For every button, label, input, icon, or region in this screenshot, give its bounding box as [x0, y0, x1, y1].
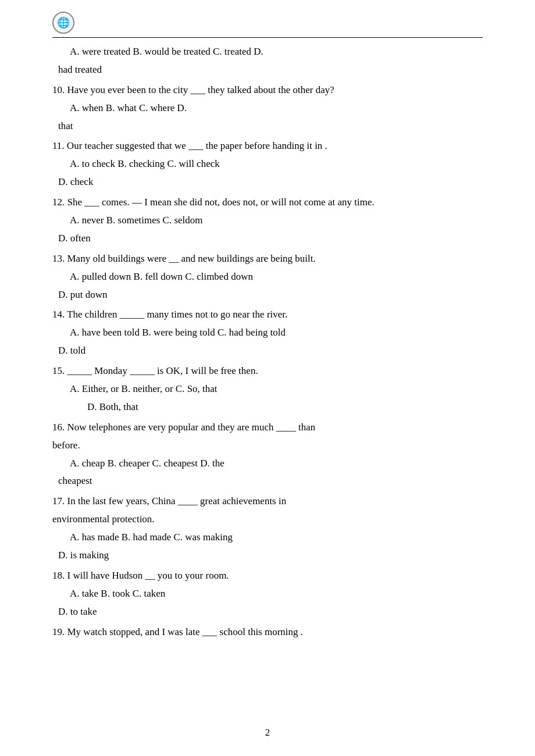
q14-options-line2: D. told: [52, 343, 483, 359]
q16-line2: before.: [52, 437, 483, 454]
q11-options-line2: D. check: [52, 174, 483, 191]
q10-text: 10. Have you ever been to the city ___ t…: [52, 82, 483, 99]
question-block-q10: 10. Have you ever been to the city ___ t…: [52, 82, 483, 135]
page-number: 2: [265, 727, 270, 738]
q13-text: 13. Many old buildings were __ and new b…: [52, 251, 483, 268]
question-block-q18: 18. I will have Hudson __ you to your ro…: [52, 568, 483, 621]
q10-options-line2: that: [52, 118, 483, 135]
q15-options-line1: A. Either, or B. neither, or C. So, that: [52, 381, 483, 398]
options-treated-line2: had treated: [52, 62, 483, 79]
question-block-treated: A. were treated B. would be treated C. t…: [52, 44, 483, 79]
q11-options-line1: A. to check B. checking C. will check: [52, 156, 483, 173]
logo-icon: 🌐: [52, 12, 74, 34]
q17-options-line1: A. has made B. had made C. was making: [52, 529, 483, 546]
content-area: A. were treated B. would be treated C. t…: [52, 44, 483, 641]
q16-options-line2: cheapest: [52, 473, 483, 490]
q14-text: 14. The children _____ many times not to…: [52, 306, 483, 323]
q17-options-line2: D. is making: [52, 547, 483, 564]
q15-options-line2: D. Both, that: [52, 399, 483, 416]
q18-options-line2: D. to take: [52, 604, 483, 621]
q12-options-line1: A. never B. sometimes C. seldom: [52, 212, 483, 229]
question-block-q14: 14. The children _____ many times not to…: [52, 306, 483, 359]
question-block-q13: 13. Many old buildings were __ and new b…: [52, 251, 483, 304]
q17-line2: environmental protection.: [52, 511, 483, 528]
question-block-q12: 12. She ___ comes. — I mean she did not,…: [52, 194, 483, 247]
logo-symbol: 🌐: [57, 16, 70, 29]
header-area: 🌐: [52, 12, 483, 38]
page-footer: 2: [52, 727, 483, 739]
question-block-q19: 19. My watch stopped, and I was late ___…: [52, 624, 483, 641]
question-block-q11: 11. Our teacher suggested that we ___ th…: [52, 138, 483, 191]
q11-text: 11. Our teacher suggested that we ___ th…: [52, 138, 483, 155]
q14-options-line1: A. have been told B. were being told C. …: [52, 324, 483, 341]
options-treated-line1: A. were treated B. would be treated C. t…: [52, 44, 483, 60]
page-container: 🌐 A. were treated B. would be treated C.…: [0, 0, 535, 756]
q19-text: 19. My watch stopped, and I was late ___…: [52, 624, 483, 641]
q15-text: 15. _____ Monday _____ is OK, I will be …: [52, 363, 483, 380]
q13-options-line2: D. put down: [52, 287, 483, 304]
q12-text: 12. She ___ comes. — I mean she did not,…: [52, 194, 483, 211]
q18-options-line1: A. take B. took C. taken: [52, 586, 483, 602]
q17-line1: 17. In the last few years, China ____ gr…: [52, 493, 483, 510]
q16-line1: 16. Now telephones are very popular and …: [52, 419, 483, 436]
q12-options-line2: D. often: [52, 230, 483, 247]
question-block-q16: 16. Now telephones are very popular and …: [52, 419, 483, 490]
question-block-q17: 17. In the last few years, China ____ gr…: [52, 493, 483, 564]
q13-options-line1: A. pulled down B. fell down C. climbed d…: [52, 269, 483, 286]
q10-options-line1: A. when B. what C. where D.: [52, 100, 483, 117]
q16-options-line1: A. cheap B. cheaper C. cheapest D. the: [52, 455, 483, 472]
q18-text: 18. I will have Hudson __ you to your ro…: [52, 568, 483, 584]
question-block-q15: 15. _____ Monday _____ is OK, I will be …: [52, 363, 483, 416]
